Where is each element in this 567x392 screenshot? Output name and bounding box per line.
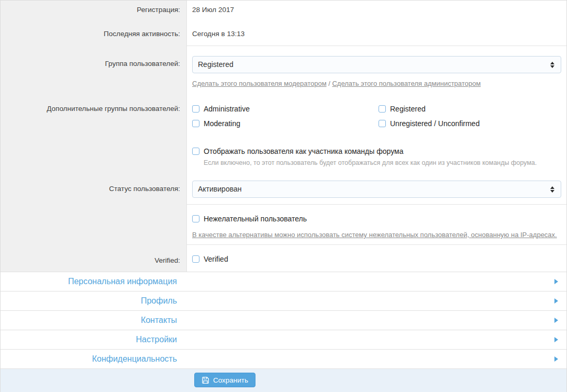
checkbox-registered-label: Registered — [390, 105, 426, 113]
checkbox-item-administrative[interactable]: Administrative — [192, 105, 379, 113]
checkbox-administrative[interactable] — [192, 105, 199, 113]
checkbox-verified[interactable] — [192, 255, 199, 263]
checkbox-discouraged-label: Нежелательный пользователь — [204, 215, 307, 223]
section-settings-title: Настройки — [1, 335, 187, 344]
checkbox-item-moderating[interactable]: Moderating — [192, 119, 379, 128]
secondary-groups-label: Дополнительные группы пользователей: — [1, 96, 187, 136]
staff-member-hint: Если включено, то этот пользователь буде… — [204, 159, 561, 167]
section-privacy-title: Конфиденциальность — [1, 354, 187, 364]
registration-label: Регистрация: — [1, 1, 187, 25]
row-verified: Verified: Verified — [1, 245, 566, 272]
last-activity-label: Последняя активность: — [1, 25, 187, 46]
checkbox-item-verified[interactable]: Verified — [192, 255, 561, 263]
checkbox-administrative-label: Administrative — [204, 105, 250, 113]
section-profile[interactable]: Профиль — [1, 292, 566, 311]
checkbox-item-registered[interactable]: Registered — [379, 105, 561, 113]
user-edit-form: Регистрация: 28 Июл 2017 Последняя актив… — [0, 0, 567, 392]
checkbox-staff-member-label: Отображать пользователя как участника ко… — [204, 147, 403, 155]
expand-arrow-icon — [554, 298, 558, 304]
expand-arrow-icon — [554, 279, 558, 284]
select-arrows-icon — [550, 62, 554, 68]
section-profile-title: Профиль — [1, 296, 187, 306]
checkbox-staff-member[interactable] — [192, 148, 199, 155]
save-button[interactable]: Сохранить — [194, 373, 255, 387]
discouraged-label-spacer — [1, 205, 187, 245]
row-user-state: Статус пользователя: Активирован — [1, 172, 566, 205]
checkbox-moderating[interactable] — [192, 120, 199, 127]
row-discouraged: Нежелательный пользователь В качестве ал… — [1, 205, 566, 245]
row-staff-member: Отображать пользователя как участника ко… — [1, 136, 566, 172]
user-state-selected-value: Активирован — [198, 185, 550, 194]
user-group-select[interactable]: Registered — [192, 56, 561, 73]
checkbox-item-discouraged[interactable]: Нежелательный пользователь — [192, 215, 561, 223]
user-state-select[interactable]: Активирован — [192, 181, 561, 198]
save-icon — [202, 376, 209, 384]
section-personal-info-title: Персональная информация — [1, 277, 187, 286]
user-group-links: Сделать этого пользователя модератором /… — [192, 79, 561, 88]
checkbox-item-unregistered[interactable]: Unregistered / Unconfirmed — [379, 119, 561, 128]
checkbox-item-staff-member[interactable]: Отображать пользователя как участника ко… — [192, 147, 561, 155]
save-button-label: Сохранить — [213, 376, 248, 384]
registration-value: 28 Июл 2017 — [187, 1, 566, 25]
row-secondary-groups: Дополнительные группы пользователей: Adm… — [1, 96, 566, 136]
section-contacts-title: Контакты — [1, 316, 187, 325]
last-activity-value: Сегодня в 13:13 — [187, 25, 566, 46]
row-user-group: Группа пользователей: Registered Сделать… — [1, 46, 566, 96]
user-group-selected-value: Registered — [198, 60, 550, 69]
section-personal-info[interactable]: Персональная информация — [1, 272, 566, 292]
checkbox-moderating-label: Moderating — [204, 119, 240, 128]
links-separator: / — [328, 80, 330, 87]
checkbox-unregistered-label: Unregistered / Unconfirmed — [390, 119, 480, 128]
checkbox-unregistered[interactable] — [379, 120, 386, 127]
section-privacy[interactable]: Конфиденциальность — [1, 350, 566, 369]
expand-arrow-icon — [554, 337, 558, 342]
row-registration: Регистрация: 28 Июл 2017 — [1, 1, 566, 25]
checkbox-discouraged[interactable] — [192, 215, 199, 222]
discouraged-ip-alternative-link[interactable]: В качестве альтернативы можно использова… — [192, 231, 557, 239]
row-last-activity: Последняя активность: Сегодня в 13:13 — [1, 25, 566, 46]
checkbox-verified-label: Verified — [204, 255, 228, 263]
verified-label: Verified: — [1, 245, 187, 272]
make-admin-link[interactable]: Сделать этого пользователя администратор… — [332, 80, 481, 87]
checkbox-registered[interactable] — [379, 105, 386, 113]
expand-arrow-icon — [554, 318, 558, 323]
select-arrows-icon — [550, 186, 554, 193]
user-group-label: Группа пользователей: — [1, 46, 187, 96]
staff-member-label-spacer — [1, 136, 187, 172]
make-moderator-link[interactable]: Сделать этого пользователя модератором — [192, 80, 327, 87]
expand-arrow-icon — [554, 356, 558, 362]
section-settings[interactable]: Настройки — [1, 330, 566, 350]
secondary-groups-grid: Administrative Registered Moderating Unr… — [192, 105, 561, 128]
form-footer: Сохранить — [1, 369, 566, 392]
section-contacts[interactable]: Контакты — [1, 311, 566, 330]
user-state-label: Статус пользователя: — [1, 172, 187, 205]
